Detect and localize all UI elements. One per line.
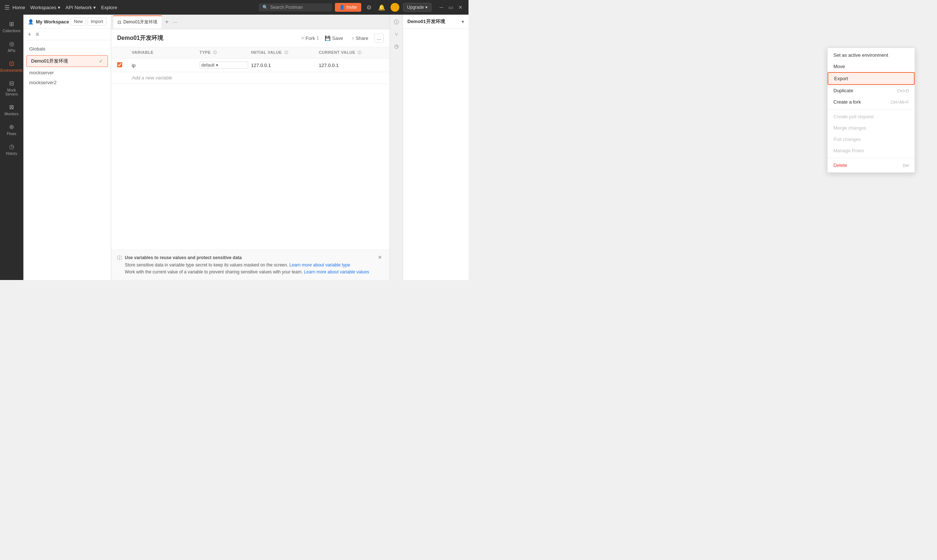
sidebar-item-flows[interactable]: ⊛ Flows [2, 120, 22, 139]
env-list-item-mockserver[interactable]: mockserver [23, 68, 111, 78]
type-cell[interactable]: default ▾ [200, 62, 248, 69]
info-close-button[interactable]: ✕ [376, 254, 383, 260]
env-list: Globals Demo01开发环境 ✓ mockserver mockserv… [23, 40, 111, 91]
search-icon: 🔍 [262, 5, 268, 10]
type-select[interactable]: default ▾ [200, 62, 248, 69]
env-header-actions: ⑂ Fork 1 💾 Save ↑ Share ... [301, 34, 383, 43]
titlebar-right: 👤 Invite ⚙ 🔔 Upgrade ▾ ─ ▭ ✕ [335, 3, 464, 12]
right-info-button[interactable]: ⓘ [392, 18, 400, 27]
col-check [117, 50, 129, 55]
row-checkbox[interactable] [117, 62, 122, 67]
add-env-button[interactable]: + [26, 31, 32, 38]
hamburger-icon[interactable]: ☰ [5, 4, 9, 11]
info-icon: ⓘ [117, 255, 122, 262]
fork-section[interactable]: ⑂ Fork 1 [301, 35, 319, 41]
sidebar-item-apis[interactable]: ◎ APIs [2, 37, 22, 55]
invite-button[interactable]: 👤 Invite [335, 3, 361, 12]
right-panel-header: Demo01开发环境 ▾ [403, 15, 469, 29]
type-arrow-icon: ▾ [216, 63, 218, 68]
history-icon: ◷ [9, 143, 14, 150]
fork-label: Fork [306, 35, 315, 41]
fork-icon: ⑂ [301, 35, 304, 41]
new-tab-button[interactable]: + [163, 17, 171, 27]
env-editor-header: Demo01开发环境 ⑂ Fork 1 💾 Save ↑ Share [111, 29, 389, 47]
more-options-button[interactable]: ... [374, 34, 383, 43]
sidebar-item-environments[interactable]: ⊡ Environments [2, 57, 22, 75]
sidebar-icons: ⊞ Collections ◎ APIs ⊡ Environments ⊟ Mo… [0, 15, 23, 280]
apis-icon: ◎ [9, 40, 14, 47]
col-variable: VARIABLE [132, 50, 197, 55]
env-list-item-mockserver2[interactable]: mockserver2 [23, 78, 111, 88]
table-row: ip default ▾ 127.0.0.1 127.0.0.1 [111, 58, 389, 72]
titlebar-menu: Home Workspaces ▾ API Network ▾ Explore [12, 5, 256, 10]
sidebar-item-collections[interactable]: ⊞ Collections [2, 18, 22, 36]
main-layout: ⊞ Collections ◎ APIs ⊡ Environments ⊟ Mo… [0, 15, 469, 280]
flows-icon: ⊛ [9, 123, 14, 130]
header-actions: New Import [71, 18, 106, 26]
collections-icon: ⊞ [9, 20, 14, 28]
type-info-icon: ⓘ [213, 51, 217, 55]
col-initial-value: INITIAL VALUE ⓘ [251, 50, 316, 55]
env-add-actions: + ≡ [23, 29, 111, 40]
tabs-bar: ⊡ Demo01开发环境 + ··· [111, 15, 389, 29]
variable-type-link[interactable]: Learn more about variable type [289, 262, 350, 268]
save-button[interactable]: 💾 Save [322, 34, 346, 43]
env-table: VARIABLE TYPE ⓘ INITIAL VALUE ⓘ CURRENT … [111, 47, 389, 249]
import-button[interactable]: Import [88, 18, 106, 26]
titlebar: ☰ Home Workspaces ▾ API Network ▾ Explor… [0, 0, 469, 15]
search-placeholder: Search Postman [270, 5, 303, 10]
notifications-button[interactable]: 🔔 [377, 3, 387, 12]
tab-label: Demo01开发环境 [123, 19, 157, 25]
add-row[interactable]: Add a new variable [111, 72, 389, 84]
row-checkbox-cell[interactable] [117, 62, 129, 68]
invite-icon: 👤 [339, 5, 345, 10]
share-button[interactable]: ↑ Share [349, 34, 371, 43]
search-bar[interactable]: 🔍 Search Postman [259, 3, 332, 11]
workspace-name: 👤 My Workspace [28, 19, 69, 25]
sidebar-item-mock-servers[interactable]: ⊟ Mock Servers [2, 77, 22, 99]
current-value-cell[interactable]: 127.0.0.1 [319, 63, 383, 68]
window-controls: ─ ▭ ✕ [438, 4, 464, 11]
left-panel: 👤 My Workspace New Import + ≡ Globals De… [23, 15, 111, 280]
globals-item[interactable]: Globals [23, 43, 111, 55]
env-list-item-demo01[interactable]: Demo01开发环境 ✓ [26, 55, 108, 67]
tab-more-button[interactable]: ··· [172, 18, 179, 26]
col-current-value: CURRENT VALUE ⓘ [319, 50, 383, 55]
fork-count: 1 [317, 35, 319, 41]
minimize-button[interactable]: ─ [438, 4, 445, 11]
home-menu-item[interactable]: Home [12, 5, 25, 10]
current-value-info-icon: ⓘ [358, 51, 362, 55]
right-panel-title: Demo01开发环境 [408, 18, 445, 25]
maximize-button[interactable]: ▭ [447, 4, 455, 11]
env-options-button[interactable]: ≡ [34, 31, 40, 38]
table-header: VARIABLE TYPE ⓘ INITIAL VALUE ⓘ CURRENT … [111, 47, 389, 58]
variable-cell[interactable]: ip [132, 63, 197, 68]
initial-value-info-icon: ⓘ [285, 51, 288, 55]
environments-icon: ⊡ [9, 60, 14, 67]
right-history-button[interactable]: ◷ [393, 42, 400, 51]
initial-value-cell[interactable]: 127.0.0.1 [251, 63, 316, 68]
mock-servers-icon: ⊟ [9, 80, 14, 87]
active-tab[interactable]: ⊡ Demo01开发环境 [113, 15, 162, 29]
avatar [391, 3, 399, 12]
upgrade-button[interactable]: Upgrade ▾ [403, 3, 432, 12]
env-name-mockserver: mockserver [29, 70, 54, 75]
sidebar-item-monitors[interactable]: ⊠ Monitors [2, 101, 22, 119]
env-name-mockserver2: mockserver2 [29, 80, 56, 85]
close-button[interactable]: ✕ [457, 4, 464, 11]
variable-values-link[interactable]: Learn more about variable values [304, 269, 369, 274]
right-fork-button[interactable]: ⑂ [394, 30, 399, 39]
save-icon: 💾 [325, 35, 331, 41]
new-button[interactable]: New [71, 18, 86, 26]
explore-menu-item[interactable]: Explore [101, 5, 117, 10]
right-sidebar-icons: ⓘ ⑂ ◷ [389, 15, 403, 280]
env-editor-title: Demo01开发环境 [117, 34, 298, 42]
add-variable-placeholder[interactable]: Add a new variable [132, 75, 197, 80]
workspaces-menu-item[interactable]: Workspaces ▾ [31, 5, 60, 10]
api-network-menu-item[interactable]: API Network ▾ [66, 5, 96, 10]
sidebar-item-history[interactable]: ◷ History [2, 140, 22, 158]
settings-button[interactable]: ⚙ [365, 3, 373, 12]
env-editor: Demo01开发环境 ⑂ Fork 1 💾 Save ↑ Share [111, 29, 389, 280]
main-content: ⊡ Demo01开发环境 + ··· Demo01开发环境 ⑂ Fork 1 💾 [111, 15, 389, 280]
right-panel-arrow-button[interactable]: ▾ [462, 18, 464, 25]
